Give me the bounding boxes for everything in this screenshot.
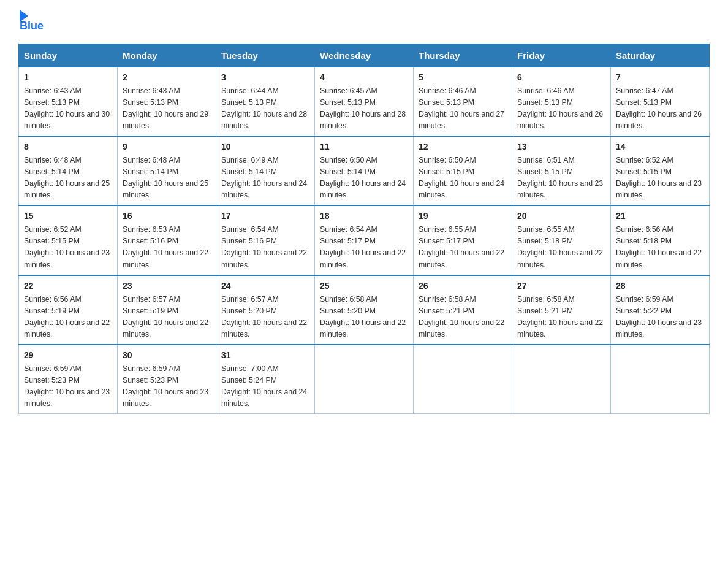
day-number: 3 bbox=[221, 71, 309, 84]
day-info: Sunrise: 6:55 AMSunset: 5:18 PMDaylight:… bbox=[517, 225, 603, 269]
day-number: 19 bbox=[419, 210, 507, 223]
column-header-wednesday: Wednesday bbox=[315, 44, 414, 67]
calendar-cell: 21Sunrise: 6:56 AMSunset: 5:18 PMDayligh… bbox=[611, 205, 710, 275]
day-info: Sunrise: 6:43 AMSunset: 5:13 PMDaylight:… bbox=[24, 86, 110, 130]
day-info: Sunrise: 6:49 AMSunset: 5:14 PMDaylight:… bbox=[221, 156, 307, 199]
calendar-cell: 7Sunrise: 6:47 AMSunset: 5:13 PMDaylight… bbox=[611, 67, 710, 137]
day-info: Sunrise: 6:50 AMSunset: 5:14 PMDaylight:… bbox=[320, 156, 406, 199]
column-header-sunday: Sunday bbox=[19, 44, 118, 67]
logo-underline: Blue bbox=[20, 20, 44, 33]
day-number: 20 bbox=[517, 210, 605, 223]
calendar-cell: 11Sunrise: 6:50 AMSunset: 5:14 PMDayligh… bbox=[315, 136, 414, 205]
day-info: Sunrise: 7:00 AMSunset: 5:24 PMDaylight:… bbox=[221, 364, 307, 408]
day-number: 1 bbox=[24, 71, 112, 84]
day-info: Sunrise: 6:59 AMSunset: 5:23 PMDaylight:… bbox=[24, 364, 110, 408]
day-info: Sunrise: 6:52 AMSunset: 5:15 PMDaylight:… bbox=[616, 156, 702, 199]
calendar-cell: 8Sunrise: 6:48 AMSunset: 5:14 PMDaylight… bbox=[19, 136, 118, 205]
calendar-cell bbox=[414, 345, 512, 414]
calendar-cell: 9Sunrise: 6:48 AMSunset: 5:14 PMDaylight… bbox=[118, 136, 216, 205]
day-info: Sunrise: 6:54 AMSunset: 5:17 PMDaylight:… bbox=[320, 225, 406, 269]
calendar-cell: 20Sunrise: 6:55 AMSunset: 5:18 PMDayligh… bbox=[512, 205, 611, 275]
calendar-week-row: 1Sunrise: 6:43 AMSunset: 5:13 PMDaylight… bbox=[19, 67, 710, 137]
day-info: Sunrise: 6:46 AMSunset: 5:13 PMDaylight:… bbox=[419, 86, 504, 130]
day-info: Sunrise: 6:55 AMSunset: 5:17 PMDaylight:… bbox=[419, 225, 504, 269]
day-info: Sunrise: 6:48 AMSunset: 5:14 PMDaylight:… bbox=[123, 156, 208, 199]
day-number: 9 bbox=[123, 140, 211, 153]
calendar-cell: 3Sunrise: 6:44 AMSunset: 5:13 PMDaylight… bbox=[216, 67, 315, 137]
calendar-cell: 14Sunrise: 6:52 AMSunset: 5:15 PMDayligh… bbox=[611, 136, 710, 205]
day-number: 12 bbox=[419, 140, 507, 153]
day-number: 17 bbox=[221, 210, 309, 223]
day-number: 27 bbox=[517, 280, 605, 293]
day-info: Sunrise: 6:56 AMSunset: 5:18 PMDaylight:… bbox=[616, 225, 702, 269]
calendar-week-row: 8Sunrise: 6:48 AMSunset: 5:14 PMDaylight… bbox=[19, 136, 710, 205]
day-info: Sunrise: 6:57 AMSunset: 5:19 PMDaylight:… bbox=[123, 295, 208, 339]
day-number: 5 bbox=[419, 71, 507, 84]
calendar-table: SundayMondayTuesdayWednesdayThursdayFrid… bbox=[18, 44, 710, 414]
day-number: 4 bbox=[320, 71, 408, 84]
calendar-header-row: SundayMondayTuesdayWednesdayThursdayFrid… bbox=[19, 44, 710, 67]
page-header: Blue bbox=[18, 12, 710, 33]
day-info: Sunrise: 6:43 AMSunset: 5:13 PMDaylight:… bbox=[123, 86, 208, 130]
calendar-cell: 1Sunrise: 6:43 AMSunset: 5:13 PMDaylight… bbox=[19, 67, 118, 137]
column-header-friday: Friday bbox=[512, 44, 611, 67]
day-info: Sunrise: 6:56 AMSunset: 5:19 PMDaylight:… bbox=[24, 295, 110, 339]
logo: Blue bbox=[18, 12, 44, 33]
day-info: Sunrise: 6:57 AMSunset: 5:20 PMDaylight:… bbox=[221, 295, 307, 339]
calendar-cell bbox=[512, 345, 611, 414]
day-number: 24 bbox=[221, 280, 309, 293]
day-number: 21 bbox=[616, 210, 704, 223]
column-header-monday: Monday bbox=[118, 44, 216, 67]
calendar-cell: 4Sunrise: 6:45 AMSunset: 5:13 PMDaylight… bbox=[315, 67, 414, 137]
calendar-cell: 13Sunrise: 6:51 AMSunset: 5:15 PMDayligh… bbox=[512, 136, 611, 205]
calendar-cell: 24Sunrise: 6:57 AMSunset: 5:20 PMDayligh… bbox=[216, 275, 315, 345]
day-number: 15 bbox=[24, 210, 112, 223]
column-header-saturday: Saturday bbox=[611, 44, 710, 67]
day-number: 14 bbox=[616, 140, 704, 153]
day-number: 26 bbox=[419, 280, 507, 293]
day-number: 7 bbox=[616, 71, 704, 84]
day-number: 8 bbox=[24, 140, 112, 153]
calendar-cell: 10Sunrise: 6:49 AMSunset: 5:14 PMDayligh… bbox=[216, 136, 315, 205]
calendar-cell: 16Sunrise: 6:53 AMSunset: 5:16 PMDayligh… bbox=[118, 205, 216, 275]
day-number: 16 bbox=[123, 210, 211, 223]
day-info: Sunrise: 6:58 AMSunset: 5:21 PMDaylight:… bbox=[517, 295, 603, 339]
day-info: Sunrise: 6:53 AMSunset: 5:16 PMDaylight:… bbox=[123, 225, 208, 269]
day-number: 11 bbox=[320, 140, 408, 153]
day-number: 6 bbox=[517, 71, 605, 84]
day-number: 22 bbox=[24, 280, 112, 293]
calendar-cell: 2Sunrise: 6:43 AMSunset: 5:13 PMDaylight… bbox=[118, 67, 216, 137]
day-number: 2 bbox=[123, 71, 211, 84]
calendar-week-row: 29Sunrise: 6:59 AMSunset: 5:23 PMDayligh… bbox=[19, 345, 710, 414]
calendar-cell: 28Sunrise: 6:59 AMSunset: 5:22 PMDayligh… bbox=[611, 275, 710, 345]
calendar-cell: 22Sunrise: 6:56 AMSunset: 5:19 PMDayligh… bbox=[19, 275, 118, 345]
calendar-cell: 17Sunrise: 6:54 AMSunset: 5:16 PMDayligh… bbox=[216, 205, 315, 275]
day-number: 29 bbox=[24, 349, 112, 362]
day-number: 25 bbox=[320, 280, 408, 293]
calendar-cell bbox=[611, 345, 710, 414]
calendar-cell: 25Sunrise: 6:58 AMSunset: 5:20 PMDayligh… bbox=[315, 275, 414, 345]
day-info: Sunrise: 6:58 AMSunset: 5:21 PMDaylight:… bbox=[419, 295, 504, 339]
day-info: Sunrise: 6:45 AMSunset: 5:13 PMDaylight:… bbox=[320, 86, 406, 130]
column-header-thursday: Thursday bbox=[414, 44, 512, 67]
day-info: Sunrise: 6:46 AMSunset: 5:13 PMDaylight:… bbox=[517, 86, 603, 130]
calendar-cell: 19Sunrise: 6:55 AMSunset: 5:17 PMDayligh… bbox=[414, 205, 512, 275]
day-info: Sunrise: 6:47 AMSunset: 5:13 PMDaylight:… bbox=[616, 86, 702, 130]
calendar-cell: 31Sunrise: 7:00 AMSunset: 5:24 PMDayligh… bbox=[216, 345, 315, 414]
calendar-week-row: 15Sunrise: 6:52 AMSunset: 5:15 PMDayligh… bbox=[19, 205, 710, 275]
calendar-cell: 29Sunrise: 6:59 AMSunset: 5:23 PMDayligh… bbox=[19, 345, 118, 414]
day-info: Sunrise: 6:54 AMSunset: 5:16 PMDaylight:… bbox=[221, 225, 307, 269]
day-number: 10 bbox=[221, 140, 309, 153]
day-number: 13 bbox=[517, 140, 605, 153]
calendar-cell bbox=[315, 345, 414, 414]
day-info: Sunrise: 6:48 AMSunset: 5:14 PMDaylight:… bbox=[24, 156, 110, 199]
calendar-cell: 6Sunrise: 6:46 AMSunset: 5:13 PMDaylight… bbox=[512, 67, 611, 137]
day-number: 30 bbox=[123, 349, 211, 362]
day-number: 18 bbox=[320, 210, 408, 223]
day-info: Sunrise: 6:59 AMSunset: 5:23 PMDaylight:… bbox=[123, 364, 208, 408]
day-number: 28 bbox=[616, 280, 704, 293]
calendar-cell: 5Sunrise: 6:46 AMSunset: 5:13 PMDaylight… bbox=[414, 67, 512, 137]
calendar-week-row: 22Sunrise: 6:56 AMSunset: 5:19 PMDayligh… bbox=[19, 275, 710, 345]
column-header-tuesday: Tuesday bbox=[216, 44, 315, 67]
day-info: Sunrise: 6:50 AMSunset: 5:15 PMDaylight:… bbox=[419, 156, 504, 199]
